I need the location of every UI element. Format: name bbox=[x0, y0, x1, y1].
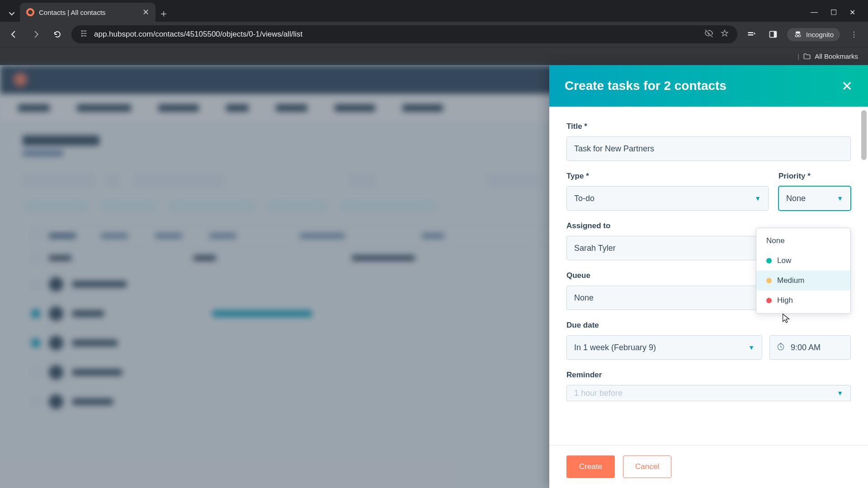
cancel-button[interactable]: Cancel bbox=[623, 455, 671, 478]
svg-rect-1 bbox=[83, 33, 86, 34]
dot-icon bbox=[766, 278, 772, 283]
all-bookmarks-button[interactable]: All Bookmarks bbox=[815, 52, 858, 60]
option-label: Medium bbox=[777, 276, 804, 285]
tab-search-button[interactable] bbox=[4, 5, 20, 22]
svg-point-2 bbox=[81, 30, 83, 32]
reminder-label: Reminder bbox=[566, 371, 851, 380]
reminder-row: Reminder 1 hour before ▼ bbox=[566, 371, 851, 401]
reload-button[interactable] bbox=[50, 27, 65, 42]
priority-option-low[interactable]: Low bbox=[756, 251, 850, 271]
new-tab-button[interactable]: ＋ bbox=[156, 5, 172, 22]
due-date-select[interactable]: In 1 week (February 9) ▼ bbox=[566, 335, 762, 360]
type-select[interactable]: To-do ▼ bbox=[566, 186, 769, 211]
priority-option-high[interactable]: High bbox=[756, 291, 850, 310]
panel-scrollbar[interactable] bbox=[860, 107, 868, 445]
caret-down-icon: ▼ bbox=[837, 195, 843, 202]
priority-select[interactable]: None ▼ bbox=[778, 186, 851, 211]
folder-icon bbox=[803, 52, 811, 61]
clock-icon bbox=[776, 342, 785, 353]
svg-rect-3 bbox=[83, 31, 86, 32]
caret-down-icon: ▼ bbox=[748, 344, 755, 351]
svg-rect-9 bbox=[774, 31, 777, 37]
tab-strip: Contacts | All contacts ✕ ＋ ― ☐ ✕ bbox=[0, 0, 868, 22]
reminder-select[interactable]: 1 hour before ▼ bbox=[566, 385, 851, 401]
close-panel-button[interactable]: ✕ bbox=[841, 78, 853, 94]
address-bar[interactable]: app.hubspot.com/contacts/45105500/object… bbox=[71, 25, 737, 43]
priority-option-medium[interactable]: Medium bbox=[756, 271, 850, 291]
media-control-icon[interactable] bbox=[744, 27, 759, 42]
minimize-button[interactable]: ― bbox=[811, 8, 818, 16]
hubspot-favicon bbox=[26, 8, 34, 16]
browser-tab[interactable]: Contacts | All contacts ✕ bbox=[20, 3, 156, 22]
incognito-badge[interactable]: Incognito bbox=[787, 28, 840, 41]
toolbar-right-icons: Incognito ⋮ bbox=[744, 27, 862, 42]
dot-icon bbox=[766, 258, 772, 263]
close-window-button[interactable]: ✕ bbox=[849, 8, 855, 17]
forward-button[interactable] bbox=[28, 27, 43, 42]
side-panel-icon[interactable] bbox=[765, 27, 781, 42]
title-input[interactable] bbox=[566, 136, 851, 161]
option-label: None bbox=[766, 236, 785, 245]
bookmark-star-icon[interactable] bbox=[720, 29, 729, 40]
type-value: To-do bbox=[574, 194, 594, 203]
window-controls: ― ☐ ✕ bbox=[802, 3, 864, 22]
due-time-input[interactable]: 9:00 AM bbox=[769, 335, 851, 360]
type-priority-row: Type * To-do ▼ Priority * None ▼ bbox=[566, 172, 851, 211]
panel-body: Title * Type * To-do ▼ Priority * None ▼ bbox=[549, 107, 868, 445]
type-label: Type * bbox=[566, 172, 769, 181]
browser-chrome: Contacts | All contacts ✕ ＋ ― ☐ ✕ app.hu… bbox=[0, 0, 868, 65]
incognito-icon bbox=[793, 31, 802, 38]
eye-off-icon[interactable] bbox=[704, 28, 714, 41]
option-label: High bbox=[777, 296, 793, 305]
due-date-value: In 1 week (February 9) bbox=[574, 343, 656, 352]
panel-title: Create tasks for 2 contacts bbox=[565, 79, 726, 93]
priority-label: Priority * bbox=[778, 172, 851, 181]
close-tab-icon[interactable]: ✕ bbox=[142, 7, 149, 17]
priority-option-none[interactable]: None bbox=[756, 231, 850, 251]
due-date-row: Due date In 1 week (February 9) ▼ 9:00 A… bbox=[566, 321, 851, 360]
svg-point-11 bbox=[798, 35, 801, 37]
priority-dropdown: None Low Medium High bbox=[756, 228, 851, 314]
tab-title: Contacts | All contacts bbox=[39, 9, 105, 16]
svg-rect-7 bbox=[748, 34, 754, 36]
browser-menu-icon[interactable]: ⋮ bbox=[846, 27, 862, 42]
due-date-label: Due date bbox=[566, 321, 851, 330]
caret-down-icon: ▼ bbox=[837, 389, 843, 397]
create-task-panel: Create tasks for 2 contacts ✕ Title * Ty… bbox=[549, 65, 868, 488]
assigned-to-value: Sarah Tyler bbox=[574, 244, 616, 253]
url-text: app.hubspot.com/contacts/45105500/object… bbox=[94, 30, 302, 39]
svg-rect-5 bbox=[83, 36, 86, 37]
maximize-button[interactable]: ☐ bbox=[830, 8, 837, 17]
caret-down-icon: ▼ bbox=[755, 195, 761, 202]
svg-point-0 bbox=[81, 33, 83, 34]
svg-point-4 bbox=[81, 35, 83, 37]
browser-toolbar: app.hubspot.com/contacts/45105500/object… bbox=[0, 22, 868, 47]
title-field-row: Title * bbox=[566, 122, 851, 161]
dot-icon bbox=[766, 298, 772, 303]
scrollbar-thumb[interactable] bbox=[861, 110, 867, 160]
queue-value: None bbox=[574, 293, 594, 303]
priority-value: None bbox=[786, 194, 806, 203]
back-button[interactable] bbox=[6, 27, 22, 42]
create-button[interactable]: Create bbox=[566, 455, 615, 478]
title-label: Title * bbox=[566, 122, 851, 131]
reminder-value: 1 hour before bbox=[574, 389, 623, 398]
due-time-value: 9:00 AM bbox=[791, 343, 821, 352]
svg-rect-6 bbox=[748, 32, 754, 33]
svg-point-10 bbox=[796, 35, 798, 37]
option-label: Low bbox=[777, 256, 791, 265]
panel-header: Create tasks for 2 contacts ✕ bbox=[549, 65, 868, 107]
incognito-label: Incognito bbox=[806, 31, 834, 38]
site-info-icon[interactable] bbox=[80, 29, 88, 39]
panel-footer: Create Cancel bbox=[549, 445, 868, 488]
page-viewport: Create tasks for 2 contacts ✕ Title * Ty… bbox=[0, 65, 868, 488]
bookmarks-bar: | All Bookmarks bbox=[0, 47, 868, 65]
